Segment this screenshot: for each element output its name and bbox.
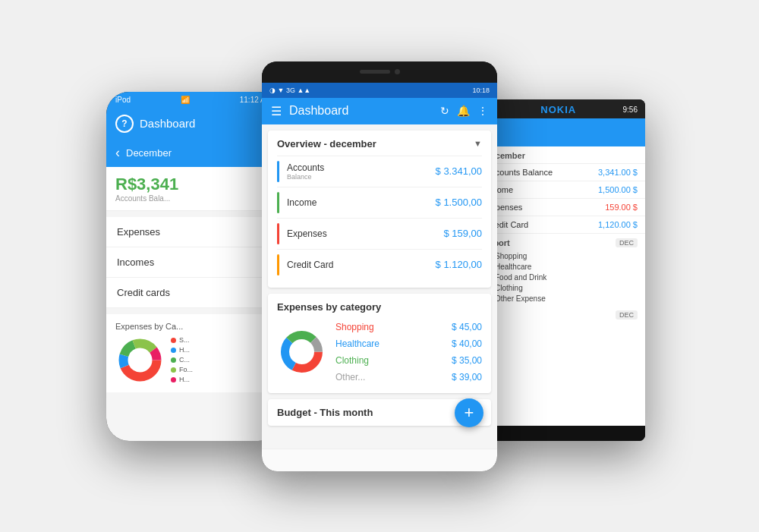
income-amount: $ 1.500,00 [436, 197, 482, 208]
expenses-cat-body: Shopping $ 45,00 Healthcare $ 40,00 Clot… [277, 319, 482, 386]
left-balance-amount: R$3,341 [115, 175, 272, 194]
nokia-amount-income: 1,500.00 $ [598, 185, 638, 194]
app-bar-icons: ↻ 🔔 ⋮ [440, 105, 488, 117]
expenses-donut [277, 327, 326, 376]
scene: iPod 📶 11:12 AM ? Dashboard ‹ December R… [83, 46, 676, 486]
legend-item-food: Fo... [171, 366, 193, 373]
expenses-amount: $ 159,00 [443, 228, 482, 239]
nokia-amount-credit: 1,120.00 $ [598, 220, 638, 229]
accounts-amount: $ 3.341,00 [436, 165, 482, 177]
cat-row-other: Other... $ 39,00 [335, 369, 482, 386]
center-status-icons: ◑ ▼ 3G ▲▲ [269, 87, 310, 94]
legend-item-healthcare: H... [171, 346, 193, 354]
cat-amount-healthcare: $ 40,00 [452, 338, 482, 349]
accounts-label: Accounts Balance [287, 162, 436, 181]
cat-name-shopping: Shopping [335, 322, 452, 332]
nokia-row-accounts: Accounts Balance 3,341.00 $ [478, 164, 645, 181]
phone-center: ◑ ▼ 3G ▲▲ 10:18 ☰ Dashboard ↻ 🔔 ⋮ Overvi… [262, 61, 497, 471]
expenses-category-card: Expenses by category [268, 294, 491, 393]
left-chart-section: Expenses by Ca... S... [106, 314, 281, 392]
svg-point-10 [291, 342, 313, 363]
more-icon[interactable]: ⋮ [477, 105, 488, 117]
cat-amount-other: $ 39,00 [452, 372, 482, 382]
nokia-legend-food: Food and Drink [486, 273, 638, 282]
notification-icon[interactable]: 🔔 [457, 105, 470, 117]
left-wifi-icon: 📶 [181, 96, 190, 104]
cat-name-clothing: Clothing [335, 355, 452, 366]
refresh-icon[interactable]: ↻ [440, 105, 449, 117]
nokia-dec-badge2: DEC [616, 310, 638, 320]
cat-row-healthcare: Healthcare $ 40,00 [335, 335, 482, 352]
nokia-screen: b december Accounts Balance 3,341.00 $ I… [478, 118, 645, 426]
left-legend: S... H... C... Fo... [171, 336, 193, 383]
nokia-dec-row2: DEC [478, 307, 645, 323]
overview-row-expenses: Expenses $ 159,00 [277, 218, 482, 249]
overview-row-income: Income $ 1.500,00 [277, 187, 482, 218]
center-bottom-nav [262, 449, 497, 471]
left-app-title: Dashboard [140, 117, 195, 130]
nokia-row-expenses: Expenses 159.00 $ [478, 199, 645, 216]
credit-label: Credit Card [287, 260, 436, 270]
fab-button[interactable]: + [455, 398, 483, 427]
left-top-bar: ? Dashboard [106, 109, 281, 140]
left-menu: Expenses Incomes Credit cards [106, 217, 281, 308]
left-menu-expenses[interactable]: Expenses [106, 217, 281, 247]
cat-name-other: Other... [335, 372, 452, 382]
left-menu-incomes[interactable]: Incomes [106, 247, 281, 278]
center-time: 10:18 [472, 87, 490, 94]
left-nav-label: December [126, 147, 172, 159]
center-app-bar: ☰ Dashboard ↻ 🔔 ⋮ [262, 98, 497, 124]
expenses-label: Expenses [287, 228, 443, 239]
left-menu-credit[interactable]: Credit cards [106, 278, 281, 308]
nokia-amount-accounts: 3,341.00 $ [598, 168, 638, 177]
expenses-donut-svg [277, 327, 326, 376]
overview-title: Overview - december [277, 138, 376, 150]
nokia-row-income: Income 1,500.00 $ [478, 181, 645, 199]
overview-chevron-icon[interactable]: ▼ [474, 139, 482, 148]
cat-row-clothing: Clothing $ 35,00 [335, 352, 482, 369]
cat-amount-clothing: $ 35,00 [452, 355, 482, 366]
center-app-title: Dashboard [289, 104, 433, 118]
left-balance-section: R$3,341 Accounts Bala... [106, 167, 281, 211]
center-speaker [360, 70, 390, 74]
legend-item-health2: H... [171, 376, 193, 383]
legend-item-clothing: C... [171, 356, 193, 364]
hamburger-icon[interactable]: ☰ [271, 104, 282, 118]
cat-amount-shopping: $ 45,00 [452, 322, 482, 332]
center-camera-dot [395, 69, 400, 74]
left-status-bar: iPod 📶 11:12 AM [106, 92, 281, 109]
nokia-time: 9:56 [623, 105, 638, 114]
cat-name-healthcare: Healthcare [335, 338, 452, 349]
left-content: R$3,341 Accounts Bala... Expenses Income… [106, 167, 281, 441]
cat-row-shopping: Shopping $ 45,00 [335, 319, 482, 335]
category-list: Shopping $ 45,00 Healthcare $ 40,00 Clot… [335, 319, 482, 386]
nokia-legend-clothing: Clothing [486, 284, 638, 292]
nokia-report-header: report DEC [478, 234, 645, 249]
nokia-brand: NOKIA [540, 104, 576, 115]
nokia-row-credit: Credit Card 1,120.00 $ [478, 216, 645, 234]
overview-row-accounts: Accounts Balance $ 3.341,00 [277, 156, 482, 187]
expenses-cat-header: Expenses by category [277, 301, 482, 313]
center-camera-bar [262, 61, 497, 83]
phone-right: 🔋 NOKIA 9:56 b december Accounts Balance… [478, 99, 645, 441]
overview-card: Overview - december ▼ Accounts Balance $… [268, 131, 491, 288]
left-balance-label: Accounts Bala... [115, 194, 272, 203]
nokia-amount-expenses: 159.00 $ [605, 203, 638, 212]
nokia-bottom [478, 426, 645, 441]
nokia-dec-badge: DEC [616, 238, 638, 247]
left-nav-bar: ‹ December [106, 140, 281, 167]
nokia-legend-healthcare: Healthcare [486, 263, 638, 271]
nokia-header: b [478, 118, 645, 146]
budget-title: Budget - This month [277, 407, 482, 418]
credit-amount: $ 1.120,00 [436, 259, 482, 270]
center-status-bar: ◑ ▼ 3G ▲▲ 10:18 [262, 83, 497, 98]
overview-row-credit: Credit Card $ 1.120,00 [277, 249, 482, 280]
left-back-arrow-icon[interactable]: ‹ [115, 145, 120, 161]
left-donut-chart [115, 335, 165, 385]
nokia-legend: Shopping Healthcare Food and Drink Cloth… [478, 252, 645, 307]
left-chart-area: S... H... C... Fo... [115, 335, 272, 385]
help-circle-icon[interactable]: ? [115, 115, 134, 133]
phone-left: iPod 📶 11:12 AM ? Dashboard ‹ December R… [106, 92, 281, 441]
nokia-legend-shopping: Shopping [486, 252, 638, 260]
income-label: Income [287, 197, 436, 208]
